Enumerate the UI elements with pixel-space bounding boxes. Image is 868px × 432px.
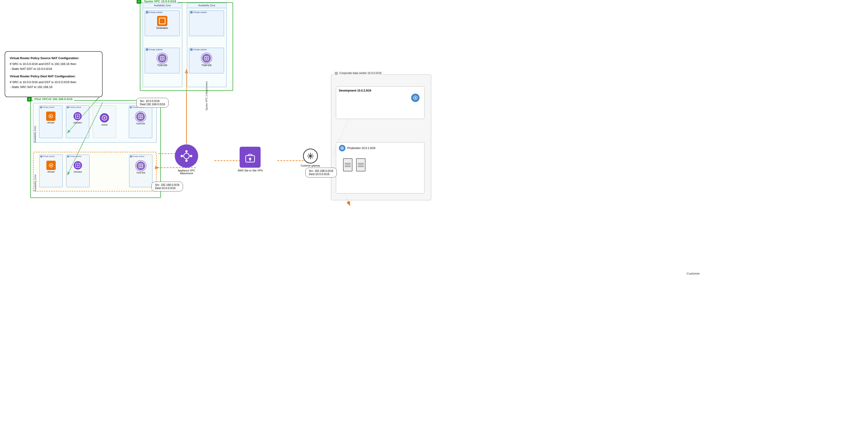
arrow-label-2-src: Src: 192.168.0.0/16: [155, 183, 180, 187]
server-2-line2: [358, 165, 364, 165]
corp-dc-title: Corporate data center 10.0.0.0/16: [339, 71, 381, 75]
server-1-line2: [345, 165, 351, 165]
pilot-az2-label: Availability Zone: [34, 153, 37, 192]
pilot-vpc-title: Pilot VPC#2 192.168.0.0/16: [33, 97, 74, 101]
customer-gw-icon: [303, 148, 318, 164]
svg-point-33: [181, 155, 183, 157]
subnet4-label: Private subnet: [189, 48, 224, 51]
tgw-icon: [175, 144, 198, 168]
pilot-vpc-icon: A: [27, 97, 32, 102]
az2-label: Availability Zone: [198, 4, 215, 7]
subnet2-icon: [146, 48, 148, 51]
subnet1-icon: [146, 11, 148, 13]
ec2-chip: [159, 18, 165, 24]
server-2-line1: [358, 163, 364, 164]
az2-container: Private subnet Private subnet TGW ENI: [187, 8, 226, 87]
subnet-icon4: [40, 156, 42, 158]
arrow-label-3: Src: 192.168.0.0/16 Dest:10.0.0.0/16: [305, 168, 337, 177]
svg-point-32: [185, 160, 188, 162]
spoke-vpc: A Spoke VPC 10.0.0.0/16 Availability Zon…: [140, 2, 233, 91]
source-nat-section: Virtual Router Policy Source NAT Configu…: [10, 56, 97, 71]
dev-router-container: [411, 94, 420, 102]
arrows-layer: [0, 0, 868, 432]
pilot-subnet-tgweni: Private subnet TGW ENI: [129, 105, 152, 138]
tgw-eni-4-container: TGW ENI: [129, 161, 152, 174]
ec2-icon: [157, 16, 167, 26]
source-nat-line1: If SRC is 10.0.0.0/16 and DST is 192.168…: [10, 62, 97, 67]
subnet-icon6: [130, 156, 132, 158]
prod-router-icon: [339, 145, 345, 152]
arrow-label-2: Src: 192.168.0.0/16 Dest:10.0.0.0/16: [152, 181, 183, 192]
gwlb-label: GWLB: [101, 124, 108, 126]
vpn-label: AWS Site to Site VPN: [238, 169, 263, 172]
pilot-az2-container: Availability Zone Private subnet vRouter: [33, 152, 157, 192]
pilot-az2-subnet-2: Private subnet GWLBe1: [66, 155, 90, 187]
vrouter-2-label: vRouter: [47, 171, 55, 173]
gwlbe1-label: GWLBe1: [74, 171, 82, 173]
svg-point-30: [184, 153, 189, 159]
private-subnet-4: Private subnet TGW ENI: [189, 48, 224, 73]
arrow-label-1-dst: Dest:192.168.0.0/16: [140, 103, 165, 106]
gwlbe2-icon: [73, 111, 82, 121]
tgw-eni-1-container: TGW ENI: [145, 53, 180, 67]
subnet4-icon: [190, 48, 192, 51]
customer-gw-label: Customer gateway: [301, 164, 320, 167]
vrouter-2-container: vRouter: [40, 161, 62, 173]
tgw-eni-4-icon: [136, 161, 146, 171]
customer-label: Customer: [687, 272, 700, 275]
pilot-az2-subnet-3: Private subnet TGW ENI: [129, 155, 152, 187]
tgw-eni-4-label: TGW ENI: [136, 172, 146, 174]
subnet1-label: Private subnet: [145, 11, 180, 14]
tgw-container: Appliance VPC Attachment: [173, 144, 200, 175]
server-1-line1: [345, 163, 351, 164]
vrouter-1-container: vRouter: [39, 111, 62, 124]
az1-tab: Availability Zone: [143, 3, 182, 8]
pilot-subnet1-label: Private subnet: [39, 106, 62, 109]
private-subnet-2: Private subnet TGW ENI: [145, 48, 180, 73]
tgw-eni-2-icon: [202, 53, 212, 63]
az2-tab: Availability Zone: [187, 3, 226, 8]
source-nat-line2: - Static NAT DST to 10.0.0.0/16: [10, 67, 97, 71]
pilot-az2-subnet-1: Private subnet vRouter: [39, 155, 63, 187]
dev-router-icon: [411, 94, 420, 102]
arrow-label-1-src: Src: 10.0.0.0/16: [140, 99, 165, 103]
tgw-label: Appliance VPC Attachment: [173, 169, 200, 175]
dev-subnet-label: Development 10.0.2.0/24: [336, 87, 424, 95]
ec2-label: Destination: [156, 27, 168, 29]
az1-container: Private subnet Destination Private subne…: [143, 8, 182, 87]
subnet2-label: Private subnet: [145, 48, 180, 51]
source-nat-title: Virtual Router Policy Source NAT Configu…: [10, 56, 97, 61]
corp-dc: A Corporate data center 10.0.0.0/16 Deve…: [331, 74, 431, 200]
diagram-canvas: Virtual Router Policy Source NAT Configu…: [0, 0, 868, 432]
dest-nat-title: Virtual Router Policy Dest NAT Configura…: [10, 74, 97, 79]
pilot-subnet-1: Private subnet vRouter: [39, 105, 62, 138]
pilot-az1-label: Availability Zone: [34, 104, 36, 143]
vpn-icon: [240, 147, 260, 168]
policy-box: Virtual Router Policy Source NAT Configu…: [5, 51, 102, 97]
pilot-subnet2-label: Private subnet: [66, 106, 89, 109]
dest-nat-line2: - Static SRC NAT to 192.168.16: [10, 85, 97, 90]
tgw-eni-2-label: TGW ENI: [202, 64, 212, 67]
private-subnet-1: Private subnet Destination: [145, 10, 180, 36]
gwlbe1-container: GWLBe1: [66, 161, 89, 173]
svg-point-47: [415, 97, 416, 99]
pilot-subnet-gwlb: GWLB: [93, 105, 116, 138]
arrow-label-2-dst: Dest:10.0.0.0/16: [155, 187, 180, 190]
subnet-icon2: [67, 106, 69, 108]
server-1-line3: [345, 166, 351, 167]
subnet3-icon: [190, 11, 192, 13]
pilot-subnet-2: Private subnet GWLBe2: [66, 105, 89, 138]
az1-label: Availability Zone: [154, 4, 171, 7]
svg-point-34: [190, 155, 192, 157]
arrow-label-1: Src: 10.0.0.0/16 Dest:192.168.0.0/16: [136, 98, 168, 108]
svg-point-49: [342, 148, 343, 149]
corp-dc-badge: A: [335, 72, 338, 75]
arrow-label-3-dst: Dest:10.0.0.0/16: [309, 173, 333, 176]
vpn-container: AWS Site to Site VPN: [238, 147, 263, 172]
private-subnet-3: Private subnet: [189, 10, 224, 36]
tgw-eni-1-icon: [157, 53, 167, 63]
prod-subnet-label-row: Production 10.0.1.0/24: [336, 142, 424, 154]
server-2-icon: [356, 158, 366, 171]
subnet3-label: Private subnet: [189, 11, 224, 14]
pilot-az2-subnet3-label: Private subnet: [129, 155, 152, 158]
